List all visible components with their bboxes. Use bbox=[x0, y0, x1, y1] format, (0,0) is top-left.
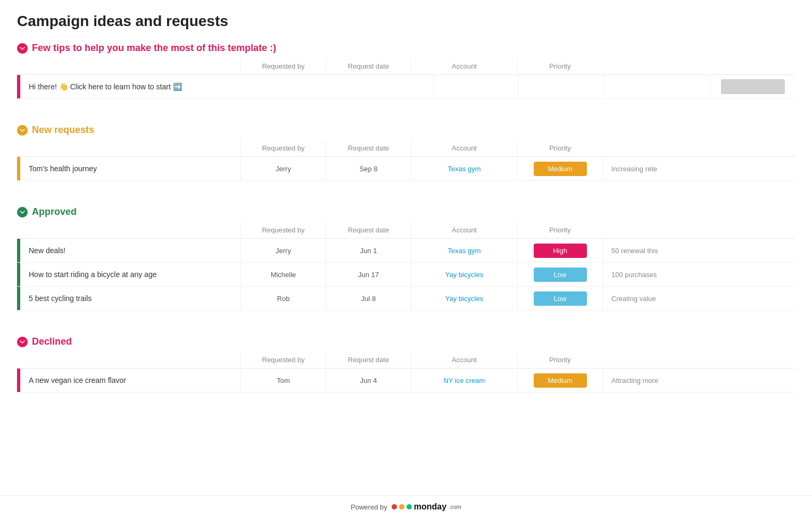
tips-header-name bbox=[17, 62, 241, 71]
page-container: Campaign ideas and requests Few tips to … bbox=[0, 0, 812, 431]
row-name: A new vegan ice cream flavor bbox=[20, 369, 241, 392]
row-requested-by: Jerry bbox=[241, 157, 326, 180]
tips-account-cell bbox=[603, 75, 710, 98]
tips-header-request-date: Request date bbox=[326, 58, 411, 74]
tips-priority-placeholder bbox=[721, 79, 785, 94]
approved-chevron-icon bbox=[17, 207, 28, 218]
row-priority: High bbox=[517, 239, 602, 262]
row-name: Tom's health journey bbox=[20, 157, 241, 180]
priority-badge: High bbox=[534, 244, 587, 258]
row-priority: Low bbox=[517, 287, 602, 310]
approved-section: Approved Requested by Request date Accou… bbox=[17, 206, 795, 311]
ap-header-requested-by: Requested by bbox=[241, 222, 326, 238]
nr-header-account: Account bbox=[411, 140, 517, 156]
row-request-date: Sep 8 bbox=[326, 157, 411, 180]
row-account[interactable]: NY ice cream bbox=[411, 369, 517, 392]
tips-header-priority: Priority bbox=[517, 58, 602, 74]
new-requests-table: Tom's health journey Jerry Sep 8 Texas g… bbox=[17, 157, 795, 181]
priority-badge: Low bbox=[534, 291, 587, 306]
approved-header: Approved bbox=[17, 206, 795, 218]
row-request-date: Jun 4 bbox=[326, 369, 411, 392]
approved-table: New deals! Jerry Jun 1 Texas gym High 50… bbox=[17, 239, 795, 311]
table-row[interactable]: How to start riding a bicycle at any age… bbox=[17, 263, 795, 287]
ap-header-request-date: Request date bbox=[326, 222, 411, 238]
new-requests-header: New requests bbox=[17, 124, 795, 136]
approved-table-header: Requested by Request date Account Priori… bbox=[17, 222, 795, 239]
tips-chevron-icon bbox=[17, 43, 28, 54]
table-row[interactable]: A new vegan ice cream flavor Tom Jun 4 N… bbox=[17, 369, 795, 392]
row-priority: Medium bbox=[517, 369, 602, 392]
tips-section-title: Few tips to help you make the most of th… bbox=[32, 43, 276, 54]
table-row[interactable]: New deals! Jerry Jun 1 Texas gym High 50… bbox=[17, 239, 795, 263]
dc-header-requested-by: Requested by bbox=[241, 352, 326, 368]
row-request-date: Jun 1 bbox=[326, 239, 411, 262]
row-account[interactable]: Yay bicycles bbox=[411, 287, 517, 310]
row-request-date: Jun 17 bbox=[326, 263, 411, 286]
ap-header-name bbox=[17, 226, 241, 235]
dc-header-request-date: Request date bbox=[326, 352, 411, 368]
page-title: Campaign ideas and requests bbox=[17, 13, 795, 30]
row-account-link: Texas gym bbox=[448, 165, 480, 173]
tips-header-account: Account bbox=[411, 58, 517, 74]
new-requests-section: New requests Requested by Request date A… bbox=[17, 124, 795, 181]
priority-badge: Medium bbox=[534, 162, 587, 176]
tips-row[interactable]: Hi there! 👋 Click here to learn how to s… bbox=[17, 75, 795, 99]
row-account[interactable]: Yay bicycles bbox=[411, 263, 517, 286]
dc-header-priority: Priority bbox=[517, 352, 602, 368]
row-requested-by: Rob bbox=[241, 287, 326, 310]
declined-section-title: Declined bbox=[32, 336, 72, 347]
tips-section-header: Few tips to help you make the most of th… bbox=[17, 43, 795, 54]
row-notes: Creating value bbox=[602, 287, 795, 310]
nr-header-request-date: Request date bbox=[326, 140, 411, 156]
dc-header-name bbox=[17, 356, 241, 364]
row-notes: Attracting more bbox=[602, 369, 795, 392]
row-priority: Medium bbox=[517, 157, 602, 180]
row-account[interactable]: Texas gym bbox=[411, 157, 517, 180]
row-notes: 50 renewal this bbox=[602, 239, 795, 262]
nr-header-priority: Priority bbox=[517, 140, 602, 156]
tips-table-header: Requested by Request date Account Priori… bbox=[17, 58, 795, 75]
tips-date-cell bbox=[518, 75, 603, 98]
row-notes: Increasing rete bbox=[602, 157, 795, 180]
tips-priority-cell bbox=[710, 75, 795, 98]
declined-header: Declined bbox=[17, 336, 795, 347]
approved-section-title: Approved bbox=[32, 206, 77, 218]
row-name: 5 best cycling trails bbox=[20, 287, 241, 310]
row-request-date: Jul 8 bbox=[326, 287, 411, 310]
tips-section: Few tips to help you make the most of th… bbox=[17, 43, 795, 99]
row-requested-by: Michelle bbox=[241, 263, 326, 286]
tips-header-requested-by: Requested by bbox=[241, 58, 326, 74]
tips-requested-by-cell bbox=[433, 75, 518, 98]
row-account-link: Texas gym bbox=[448, 247, 480, 255]
declined-table-header: Requested by Request date Account Priori… bbox=[17, 352, 795, 369]
row-notes: 100 purchases bbox=[602, 263, 795, 286]
ap-header-priority: Priority bbox=[517, 222, 602, 238]
nr-header-requested-by: Requested by bbox=[241, 140, 326, 156]
tips-text[interactable]: Hi there! 👋 Click here to learn how to s… bbox=[20, 75, 433, 98]
ap-header-account: Account bbox=[411, 222, 517, 238]
declined-table: A new vegan ice cream flavor Tom Jun 4 N… bbox=[17, 369, 795, 392]
table-row[interactable]: Tom's health journey Jerry Sep 8 Texas g… bbox=[17, 157, 795, 181]
row-account[interactable]: Texas gym bbox=[411, 239, 517, 262]
nr-header-name bbox=[17, 144, 241, 153]
row-priority: Low bbox=[517, 263, 602, 286]
new-requests-chevron-icon bbox=[17, 125, 28, 136]
priority-badge: Medium bbox=[534, 373, 587, 388]
row-name: How to start riding a bicycle at any age bbox=[20, 263, 241, 286]
row-name: New deals! bbox=[20, 239, 241, 262]
new-requests-section-title: New requests bbox=[32, 124, 94, 136]
priority-badge: Low bbox=[534, 268, 587, 282]
table-row[interactable]: 5 best cycling trails Rob Jul 8 Yay bicy… bbox=[17, 287, 795, 311]
new-requests-table-header: Requested by Request date Account Priori… bbox=[17, 140, 795, 157]
declined-chevron-icon bbox=[17, 337, 28, 347]
dc-header-account: Account bbox=[411, 352, 517, 368]
row-requested-by: Tom bbox=[241, 369, 326, 392]
row-account-link: Yay bicycles bbox=[445, 271, 483, 279]
row-account-link: NY ice cream bbox=[444, 377, 485, 385]
row-requested-by: Jerry bbox=[241, 239, 326, 262]
declined-section: Declined Requested by Request date Accou… bbox=[17, 336, 795, 392]
row-account-link: Yay bicycles bbox=[445, 295, 483, 303]
